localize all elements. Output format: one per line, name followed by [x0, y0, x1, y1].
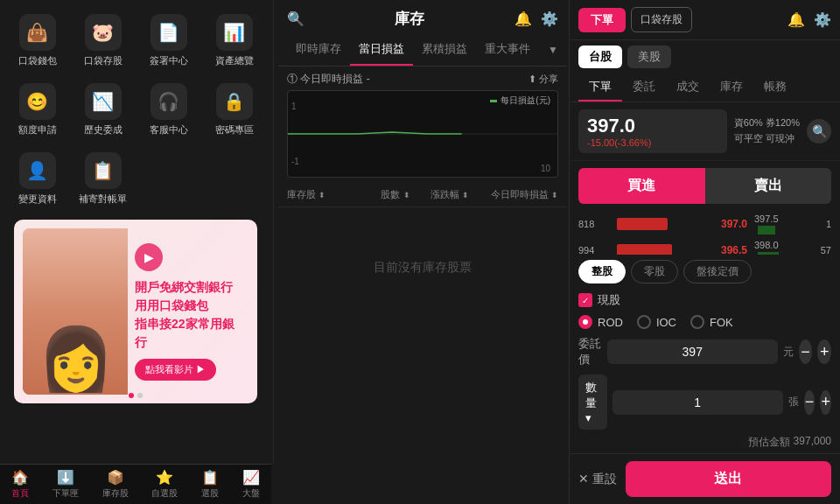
order-subtab-place[interactable]: 下單 [578, 74, 622, 102]
qty-type-dropdown[interactable]: 數量 ▾ [578, 374, 607, 430]
ot-tab-after-hours[interactable]: 盤後定價 [683, 260, 752, 284]
share-button[interactable]: ⬆ 分享 [528, 73, 558, 86]
sidebar-item-customer-service[interactable]: 🎧 客服中心 [138, 78, 199, 142]
nav-item-market[interactable]: 📈 大盤 [235, 467, 267, 501]
search-stock-button[interactable]: 🔍 [807, 119, 831, 144]
right-gear-icon[interactable]: ⚙️ [814, 11, 831, 28]
tab-realtime[interactable]: 即時庫存 [287, 34, 350, 66]
pocket-stock-button[interactable]: 口袋存股 [631, 7, 692, 32]
bell-icon[interactable]: 🔔 [514, 10, 532, 27]
sidebar-item-password-zone[interactable]: 🔒 密碼專區 [204, 78, 264, 142]
search-icon[interactable]: 🔍 [287, 10, 304, 27]
nav-item-home[interactable]: 🏠 首頁 [4, 467, 36, 501]
nav-watchlist-label: 自選股 [151, 487, 178, 500]
stock-info-detail: 資60% 券120% 可平空 可現沖 [734, 116, 800, 146]
nav-item-inventory[interactable]: 📦 庫存股 [95, 467, 136, 501]
market-tab-tw[interactable]: 台股 [578, 46, 622, 68]
middle-header-icons: 🔔 ⚙️ [514, 10, 558, 27]
ioc-radio-group: IOC [637, 315, 676, 329]
sell-button[interactable]: 賣出 [705, 168, 832, 204]
pocket-stock-icon: 🐷 [85, 14, 122, 51]
col-change-header[interactable]: 漲跌幅 ⬍ [423, 188, 477, 201]
fok-label: FOK [710, 316, 733, 329]
sidebar-menu: 👜 口袋錢包 🐷 口袋存股 📄 簽署中心 📊 資產總覽 😊 額度申請 📉 歷史委… [7, 9, 264, 211]
pocket-wallet-icon: 👜 [19, 14, 56, 51]
estimate-label: 預估金額 [748, 435, 790, 450]
chart-label-bottom: -1 [291, 157, 299, 166]
sign-center-icon: 📄 [150, 14, 187, 51]
tab-dropdown-icon[interactable]: ▼ [548, 44, 558, 56]
stock-price: 397.0 [587, 115, 718, 137]
dot-2 [137, 393, 143, 398]
col-shares-header[interactable]: 股數 ⬍ [368, 188, 423, 201]
spot-label: 現股 [598, 292, 620, 308]
sidebar-item-asset-summary[interactable]: 📊 資產總覽 [204, 9, 264, 73]
banner-pagination [129, 393, 143, 398]
ob-row-0: 818 397.0 397.5 1 [570, 211, 840, 237]
qty-type-label: 數量 ▾ [585, 380, 600, 424]
change-info-icon: 👤 [19, 152, 56, 189]
sidebar-item-supplement[interactable]: 📋 補寄對帳單 [73, 147, 133, 211]
sidebar-item-change-info[interactable]: 👤 變更資料 [7, 147, 67, 211]
spot-checkbox[interactable]: ✓ [578, 293, 592, 307]
qty-decrease-button[interactable]: − [804, 390, 816, 415]
middle-header: 🔍 庫存 🔔 ⚙️ [278, 0, 567, 34]
ob-ask-1: 398.0 [754, 240, 796, 255]
nav-item-watchlist[interactable]: ⭐ 自選股 [144, 467, 185, 501]
sidebar-item-credit-apply[interactable]: 😊 額度申請 [7, 78, 67, 142]
credit-apply-icon: 😊 [19, 83, 56, 120]
order-subtab-inventory[interactable]: 庫存 [710, 74, 753, 102]
nav-item-place-order[interactable]: ⬇️ 下單匣 [46, 467, 86, 501]
sidebar-item-sign-center[interactable]: 📄 簽署中心 [138, 9, 199, 73]
profit-chart: 每日損益(元) 1 -1 10 [287, 90, 558, 178]
banner-play-button[interactable]: ▶ [135, 243, 163, 271]
ioc-radio[interactable] [637, 315, 651, 329]
vertical-divider [273, 0, 274, 464]
chart-label-top: 1 [291, 102, 297, 111]
ob-bid-qty-0: 818 [578, 219, 613, 229]
fok-radio[interactable] [690, 315, 704, 329]
buy-sell-row: 買進 賣出 [570, 161, 840, 211]
qty-increase-button[interactable]: + [820, 390, 831, 415]
price-input[interactable] [607, 340, 778, 364]
password-zone-label: 密碼專區 [215, 123, 254, 136]
col-stock-header[interactable]: 庫存股 ⬍ [287, 188, 368, 201]
col-profit-header[interactable]: 今日即時損益 ⬍ [477, 188, 558, 201]
rod-radio[interactable] [578, 315, 592, 329]
supplement-icon: 📋 [85, 152, 122, 189]
right-bell-icon[interactable]: 🔔 [788, 11, 805, 28]
sidebar-item-history-orders[interactable]: 📉 歷史委成 [73, 78, 133, 142]
order-type-tabs: 整股 零股 盤後定價 [570, 255, 840, 289]
right-panel: 下單 口袋存股 🔔 ⚙️ 台股 美股 下單 委託 成交 庫存 帳務 397.0 … [569, 0, 840, 504]
price-decrease-button[interactable]: − [799, 340, 813, 364]
ot-tab-odd-lot[interactable]: 零股 [631, 260, 678, 284]
submit-button[interactable]: 送出 [626, 461, 831, 497]
tab-cumulative[interactable]: 累積損益 [413, 34, 476, 66]
change-info-label: 變更資料 [18, 192, 57, 206]
banner-cta-button[interactable]: 點我看影片 ▶ [135, 359, 216, 381]
tab-daily-profit[interactable]: 當日損益 [350, 34, 413, 66]
place-order-button[interactable]: 下單 [578, 8, 626, 32]
ot-tab-full-lot[interactable]: 整股 [578, 260, 626, 284]
tab-major-events[interactable]: 重大事件 [476, 34, 539, 66]
nav-item-stock-select[interactable]: 📋 選股 [194, 467, 226, 501]
market-tab-us[interactable]: 美股 [627, 46, 671, 68]
customer-service-label: 客服中心 [150, 123, 188, 136]
sidebar-item-pocket-wallet[interactable]: 👜 口袋錢包 [7, 9, 67, 73]
banner-title: 開戶免綁交割銀行 用用口袋錢包 指串接22家常用銀行 [135, 278, 242, 352]
buy-button[interactable]: 買進 [578, 168, 705, 204]
order-method-row: ROD IOC FOK [570, 312, 840, 332]
quantity-input[interactable] [612, 390, 783, 415]
nav-market-label: 大盤 [242, 487, 260, 500]
nav-home-label: 首頁 [11, 487, 29, 500]
order-subtab-account[interactable]: 帳務 [753, 74, 797, 102]
gear-icon[interactable]: ⚙️ [541, 10, 558, 27]
sidebar-item-pocket-stock[interactable]: 🐷 口袋存股 [73, 9, 133, 73]
order-subtab-done[interactable]: 成交 [666, 74, 710, 102]
inventory-nav-icon: 📦 [107, 469, 124, 486]
pocket-stock-label: 口袋存股 [84, 54, 122, 67]
price-increase-button[interactable]: + [817, 340, 831, 364]
right-header-icons: 🔔 ⚙️ [788, 11, 831, 28]
order-subtab-entrust[interactable]: 委託 [622, 74, 666, 102]
reset-button[interactable]: ✕ 重設 [578, 472, 617, 487]
